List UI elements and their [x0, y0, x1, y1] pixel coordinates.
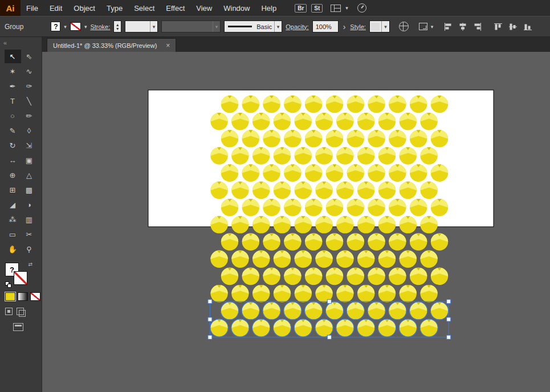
pattern-blob[interactable]: [400, 285, 417, 302]
canvas[interactable]: [42, 52, 550, 392]
pattern-blob[interactable]: [357, 113, 374, 130]
chevron-down-icon[interactable]: ▾: [84, 24, 87, 30]
menu-type[interactable]: Type: [101, 0, 128, 16]
pattern-blob[interactable]: [368, 165, 385, 182]
menu-help[interactable]: Help: [255, 0, 282, 16]
pattern-blob[interactable]: [431, 165, 448, 182]
gradient-tool[interactable]: ▩: [21, 183, 38, 197]
stroke-weight-combo[interactable]: ▾: [125, 21, 158, 32]
pattern-blob[interactable]: [326, 130, 343, 147]
selection-handle[interactable]: [327, 300, 331, 304]
pattern-blob[interactable]: [410, 130, 427, 147]
pattern-blob[interactable]: [389, 268, 406, 285]
pattern-blob[interactable]: [210, 251, 227, 268]
pattern-blob[interactable]: [231, 113, 248, 130]
fill-none-swatch[interactable]: [70, 22, 81, 31]
pattern-blob[interactable]: [347, 233, 364, 250]
pattern-blob[interactable]: [420, 319, 438, 337]
pattern-blob[interactable]: [368, 130, 385, 147]
direct-selection-tool[interactable]: ⇖: [21, 50, 38, 63]
line-segment-tool[interactable]: ╲: [21, 94, 38, 108]
pattern-blob[interactable]: [221, 130, 238, 147]
pattern-blob[interactable]: [284, 233, 301, 250]
stroke-label[interactable]: Stroke:: [90, 23, 110, 30]
pattern-blob[interactable]: [410, 165, 427, 182]
tab-close-icon[interactable]: ×: [166, 42, 170, 50]
pattern-blob[interactable]: [336, 285, 353, 302]
pattern-blob[interactable]: [263, 199, 280, 216]
pattern-blob[interactable]: [295, 285, 312, 302]
pattern-blob[interactable]: [231, 285, 248, 302]
menu-effect[interactable]: Effect: [160, 0, 190, 16]
pattern-blob[interactable]: [378, 319, 396, 337]
screen-mode-button[interactable]: [13, 323, 23, 331]
pattern-blob[interactable]: [231, 251, 248, 268]
pattern-blob[interactable]: [284, 165, 301, 182]
align-left-button[interactable]: [443, 22, 453, 31]
gradient-button[interactable]: [18, 292, 28, 301]
pattern-blob[interactable]: [295, 113, 312, 130]
opacity-field[interactable]: 100%: [312, 21, 339, 32]
pattern-blob[interactable]: [315, 182, 332, 199]
brush-definition-combo[interactable]: Basic ▾: [224, 21, 282, 32]
pattern-blob[interactable]: [389, 130, 406, 147]
hand-tool[interactable]: ✋: [5, 242, 21, 256]
pattern-blob[interactable]: [231, 182, 248, 199]
pattern-blob[interactable]: [431, 96, 448, 113]
appearance-proxy[interactable]: ?: [51, 22, 60, 31]
pattern-blob[interactable]: [284, 96, 301, 113]
draw-normal-button[interactable]: [5, 308, 13, 315]
selection-handle[interactable]: [208, 335, 212, 339]
collapse-panel-icon[interactable]: «: [0, 37, 42, 50]
pattern-blob[interactable]: [252, 182, 270, 199]
pattern-blob[interactable]: [389, 199, 406, 216]
pattern-blob[interactable]: [295, 182, 312, 199]
chevron-down-icon[interactable]: ▾: [381, 21, 389, 32]
chevron-down-icon[interactable]: ▾: [64, 24, 67, 30]
pattern-blob[interactable]: [305, 268, 322, 285]
scale-tool[interactable]: ⇲: [21, 138, 38, 152]
pattern-blob[interactable]: [431, 233, 448, 250]
none-button[interactable]: [30, 292, 40, 301]
zoom-tool[interactable]: ⚲: [21, 242, 38, 256]
column-graph-tool[interactable]: ▥: [21, 213, 38, 226]
pattern-blob[interactable]: [431, 268, 448, 285]
curvature-tool[interactable]: ✑: [21, 79, 38, 93]
blend-tool[interactable]: ◑: [21, 198, 38, 211]
pattern-blob[interactable]: [305, 233, 322, 250]
chevron-down-icon[interactable]: ▾: [274, 21, 282, 32]
align-top-button[interactable]: [494, 22, 503, 31]
selection-handle[interactable]: [447, 300, 451, 304]
swap-fill-stroke-icon[interactable]: ⇄: [28, 262, 32, 267]
selection-handle[interactable]: [447, 335, 451, 339]
pattern-blob[interactable]: [210, 285, 227, 302]
pattern-blob[interactable]: [315, 216, 332, 233]
pattern-blob[interactable]: [368, 199, 385, 216]
pattern-blob[interactable]: [347, 199, 364, 216]
pattern-blob[interactable]: [389, 165, 406, 182]
pattern-blob[interactable]: [242, 199, 259, 216]
pattern-blob[interactable]: [305, 130, 322, 147]
pattern-blob[interactable]: [430, 302, 449, 320]
pattern-blob[interactable]: [315, 147, 332, 164]
pattern-blob[interactable]: [368, 233, 385, 250]
selection-handle[interactable]: [327, 335, 331, 339]
pattern-blob[interactable]: [231, 319, 250, 337]
pattern-blob[interactable]: [326, 199, 343, 216]
pattern-blob[interactable]: [210, 319, 229, 337]
pattern-blob[interactable]: [410, 268, 427, 285]
pattern-blob[interactable]: [378, 147, 396, 164]
pattern-blob[interactable]: [420, 147, 437, 164]
pattern-blob[interactable]: [284, 268, 301, 285]
pattern-blob[interactable]: [347, 302, 365, 320]
variable-width-combo[interactable]: ▾: [161, 21, 221, 32]
selection-handle[interactable]: [208, 300, 212, 304]
pattern-blob[interactable]: [389, 96, 406, 113]
isolate-selected-object-icon[interactable]: [419, 23, 427, 30]
shape-builder-tool[interactable]: ⊕: [5, 168, 21, 182]
pattern-blob[interactable]: [347, 96, 364, 113]
pattern-blob[interactable]: [242, 233, 259, 250]
pattern-blob[interactable]: [274, 285, 291, 302]
pattern-blob[interactable]: [325, 302, 344, 320]
symbol-sprayer-tool[interactable]: ⁂: [5, 213, 21, 226]
